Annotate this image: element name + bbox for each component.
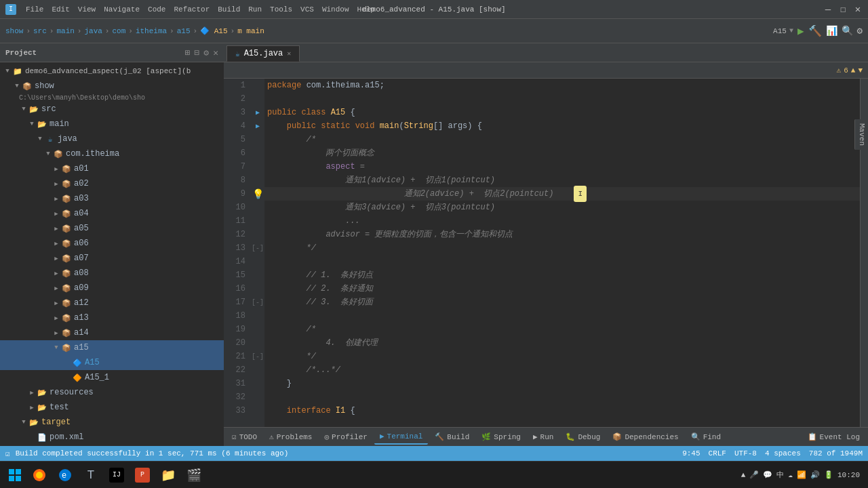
tab-run[interactable]: ▶ Run xyxy=(528,430,559,445)
tree-root[interactable]: ▼ 📁 demo6_advanced_aspect(j_02 [aspect](… xyxy=(0,64,224,79)
tree-A15-class[interactable]: ▶ 🔷 A15 xyxy=(0,355,224,370)
minimize-button[interactable]: — xyxy=(823,5,833,14)
lightbulb-icon[interactable]: 💡 xyxy=(252,188,264,200)
close-button[interactable]: ✕ xyxy=(853,5,863,14)
tree-a08[interactable]: ▶📦a08 xyxy=(0,266,224,281)
fold-icon-21[interactable]: [-] xyxy=(252,353,264,361)
bc-show[interactable]: show xyxy=(5,27,23,35)
tree-pom[interactable]: ▶📄pom.xml xyxy=(0,430,224,445)
bc-src[interactable]: src xyxy=(33,27,47,35)
tab-dependencies[interactable]: 📦 Dependencies xyxy=(607,430,684,445)
gutter-line4[interactable]: ▶ xyxy=(251,119,264,133)
gutter-fold17[interactable]: [-] xyxy=(251,296,264,309)
bc-main-method[interactable]: m main xyxy=(237,27,264,35)
menu-code[interactable]: Code xyxy=(148,5,165,14)
tree-main-folder[interactable]: ▼ 📂 main xyxy=(0,117,224,131)
taskbar-powerpoint[interactable]: P xyxy=(130,463,155,487)
sidebar-expand-icon[interactable]: ⊞ xyxy=(185,47,191,58)
menu-view[interactable]: View xyxy=(78,5,96,14)
menu-vcs[interactable]: VCS xyxy=(300,5,314,14)
tab-close-button[interactable]: ✕ xyxy=(287,49,291,58)
tree-a04[interactable]: ▶📦a04 xyxy=(0,206,224,221)
tree-a14[interactable]: ▶📦a14 xyxy=(0,325,224,340)
gutter-line3[interactable]: ▶ xyxy=(251,106,264,119)
taskbar-notepad[interactable]: T xyxy=(79,463,103,487)
code-lines[interactable]: package com.itheima.a15; public class A1… xyxy=(264,79,860,427)
menu-navigate[interactable]: Navigate xyxy=(104,5,140,14)
tree-src[interactable]: ▼ 📂 src xyxy=(0,102,224,117)
warning-down[interactable]: ▼ xyxy=(858,66,863,75)
status-indent[interactable]: 4 spaces xyxy=(765,449,801,458)
tab-event-log[interactable]: 📋 Event Log xyxy=(802,430,865,445)
start-button[interactable] xyxy=(3,463,27,487)
bc-a15-class[interactable]: 🔷 A15 xyxy=(200,26,227,35)
fold-icon-13[interactable]: [-] xyxy=(252,245,264,252)
settings-button[interactable]: ⚙ xyxy=(857,25,863,37)
status-charset[interactable]: UTF-8 xyxy=(734,449,757,458)
tab-find[interactable]: 🔍 Find xyxy=(686,430,726,445)
editor-scroll[interactable]: 1 2 3 4 5 6 7 8 9 10 11 12 13 14 15 16 1 xyxy=(224,79,860,427)
tree-a02[interactable]: ▶📦a02 xyxy=(0,176,224,191)
search-everywhere-button[interactable]: 🔍 xyxy=(842,25,853,37)
tab-build[interactable]: 🔨 Build xyxy=(429,430,475,445)
run-arrow-3[interactable]: ▶ xyxy=(256,108,260,117)
bc-itheima[interactable]: itheima xyxy=(136,27,167,35)
tree-a15[interactable]: ▼ 📦 a15 xyxy=(0,340,224,355)
tree-a03[interactable]: ▶📦a03 xyxy=(0,191,224,206)
tab-debug[interactable]: 🐛 Debug xyxy=(560,430,606,445)
tree-a06[interactable]: ▶📦a06 xyxy=(0,236,224,251)
taskbar-firefox[interactable] xyxy=(27,463,52,487)
fold-icon-17[interactable]: [-] xyxy=(252,299,264,306)
run-config-dropdown[interactable]: ▼ xyxy=(789,27,793,35)
menu-tools[interactable]: Tools xyxy=(270,5,292,14)
maximize-button[interactable]: ☐ xyxy=(838,5,848,14)
sidebar-toolbar[interactable]: ⊞ ⊟ ⚙ ✕ xyxy=(185,47,218,58)
tree-test[interactable]: ▶📂test xyxy=(0,400,224,415)
tree-java[interactable]: ▼ ☕ java xyxy=(0,131,224,146)
gutter-lightbulb[interactable]: 💡 xyxy=(251,187,264,201)
tree-a09[interactable]: ▶📦a09 xyxy=(0,281,224,296)
bc-main[interactable]: main xyxy=(56,27,74,35)
coverage-button[interactable]: 📊 xyxy=(826,25,837,37)
tab-A15[interactable]: ☕ A15.java ✕ xyxy=(226,45,300,62)
tree-a12[interactable]: ▶📦a12 xyxy=(0,296,224,310)
tab-profiler[interactable]: ◎ Profiler xyxy=(319,430,372,445)
bc-com[interactable]: com xyxy=(112,27,125,35)
tree-show[interactable]: ▼ 📦 show xyxy=(0,79,224,94)
taskbar-explorer[interactable]: 📁 xyxy=(156,463,180,487)
run-button[interactable]: ▶ xyxy=(797,24,804,38)
warning-up[interactable]: ▲ xyxy=(851,66,856,75)
menu-bar[interactable]: File Edit View Navigate Code Refactor Bu… xyxy=(26,5,375,14)
tab-todo[interactable]: ☑ TODO xyxy=(226,430,262,445)
tree-com-itheima[interactable]: ▼ 📦 com.itheima xyxy=(0,146,224,161)
menu-refactor[interactable]: Refactor xyxy=(174,5,210,14)
taskbar-intellij[interactable]: IJ xyxy=(104,463,129,487)
tree-A15_1-class[interactable]: ▶ 🔶 A15_1 xyxy=(0,370,224,385)
sidebar-close-icon[interactable]: ✕ xyxy=(213,47,218,58)
maven-panel-tab[interactable]: Maven xyxy=(854,119,868,150)
sidebar-collapse-icon[interactable]: ⊟ xyxy=(195,47,200,58)
tree-target[interactable]: ▼📂target xyxy=(0,415,224,430)
tree-a07[interactable]: ▶📦a07 xyxy=(0,251,224,266)
tab-terminal[interactable]: ▶ Terminal xyxy=(374,430,428,445)
tray-up-icon[interactable]: ▲ xyxy=(741,471,746,479)
tab-spring[interactable]: 🌿 Spring xyxy=(476,430,526,445)
menu-build[interactable]: Build xyxy=(218,5,240,14)
bc-java[interactable]: java xyxy=(84,27,102,35)
taskbar-edge[interactable]: e xyxy=(53,463,77,487)
run-arrow-4[interactable]: ▶ xyxy=(256,122,260,130)
menu-edit[interactable]: Edit xyxy=(52,5,69,14)
window-controls[interactable]: — ☐ ✕ xyxy=(823,5,863,14)
tree-a13[interactable]: ▶📦a13 xyxy=(0,310,224,325)
code-editor[interactable]: 1 2 3 4 5 6 7 8 9 10 11 12 13 14 15 16 1 xyxy=(224,79,868,427)
menu-window[interactable]: Window xyxy=(322,5,349,14)
sidebar-settings-icon[interactable]: ⚙ xyxy=(203,47,209,58)
tab-problems[interactable]: ⚠ Problems xyxy=(264,430,317,445)
gutter-fold21[interactable]: [-] xyxy=(251,350,264,363)
taskbar-vlc[interactable]: 🎬 xyxy=(182,463,206,487)
tree-a05[interactable]: ▶📦a05 xyxy=(0,221,224,236)
gutter-fold13[interactable]: [-] xyxy=(251,241,264,255)
menu-file[interactable]: File xyxy=(26,5,43,14)
tree-a01[interactable]: ▶📦a01 xyxy=(0,161,224,176)
menu-run[interactable]: Run xyxy=(248,5,262,14)
